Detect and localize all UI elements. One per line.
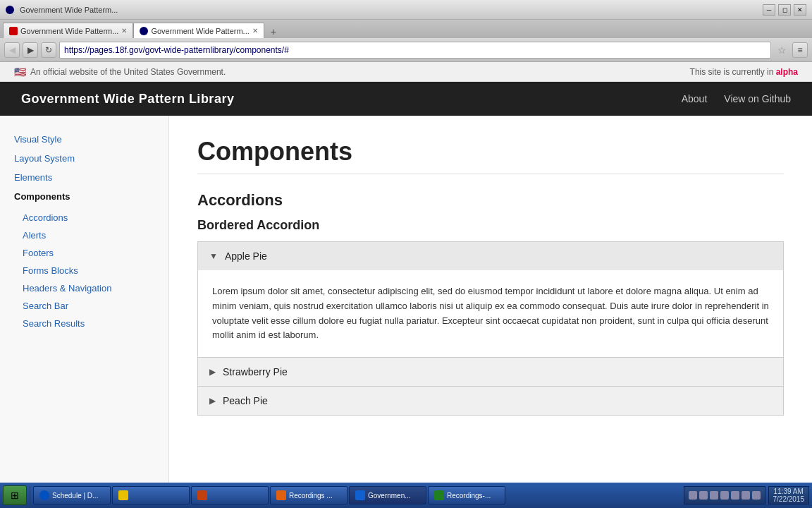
tab-2-close[interactable]: ✕ bbox=[252, 27, 258, 35]
menu-button[interactable]: ≡ bbox=[792, 42, 808, 58]
ie-icon bbox=[39, 490, 49, 500]
titlebar-favicon bbox=[6, 6, 14, 14]
accordion-body-0: Lorem ipsum dolor sit amet, consectetur … bbox=[198, 270, 783, 357]
sidebar-item-forms-blocks[interactable]: Forms Blocks bbox=[0, 262, 168, 279]
tray-icon-2 bbox=[699, 491, 708, 500]
taskbar-btn-ie[interactable]: Schedule | D... bbox=[33, 486, 111, 504]
back-button[interactable]: ◀ bbox=[4, 42, 20, 58]
sidebar-item-search-bar[interactable]: Search Bar bbox=[0, 297, 168, 315]
browser-frame: Government Wide Patterm... ─ ◻ ✕ Governm… bbox=[0, 0, 812, 508]
accordion-container: ▼ Apple Pie Lorem ipsum dolor sit amet, … bbox=[197, 241, 784, 416]
accordion-header-0[interactable]: ▼ Apple Pie bbox=[198, 242, 783, 270]
site-title: Government Wide Pattern Library bbox=[21, 92, 234, 107]
page-title: Components bbox=[197, 137, 784, 167]
sidebar-section-sub: Accordions Alerts Footers Forms Blocks H… bbox=[0, 209, 168, 332]
accordion-header-1[interactable]: ▶ Strawberry Pie bbox=[198, 358, 783, 386]
tray-icon-6 bbox=[742, 491, 750, 500]
titlebar-text: Government Wide Patterm... bbox=[20, 6, 118, 14]
nav-about[interactable]: About bbox=[682, 93, 708, 104]
accordion-arrow-2: ▶ bbox=[209, 396, 216, 406]
flag-icon: 🇺🇸 bbox=[14, 66, 26, 78]
accordion-arrow-1: ▶ bbox=[209, 367, 216, 377]
refresh-button[interactable]: ↻ bbox=[41, 42, 56, 58]
forward-button[interactable]: ▶ bbox=[23, 42, 38, 58]
accordion-item-1: ▶ Strawberry Pie bbox=[198, 358, 783, 387]
nav-github[interactable]: View on Github bbox=[724, 93, 791, 104]
close-button[interactable]: ✕ bbox=[794, 4, 806, 16]
taskbar-btn-gov-label: Governmen... bbox=[368, 492, 411, 500]
sidebar-item-alerts[interactable]: Alerts bbox=[0, 226, 168, 244]
address-bar-row: ◀ ▶ ↻ https://pages.18f.gov/govt-wide-pa… bbox=[0, 38, 812, 62]
taskbar-btn-recordings-app-label: Recordings-... bbox=[447, 492, 491, 500]
taskbar-btn-gov-chrome[interactable]: Governmen... bbox=[349, 486, 426, 504]
taskbar-btn-recordings-label: Recordings ... bbox=[289, 492, 333, 500]
gov-banner-text: An official website of the United States… bbox=[30, 67, 226, 77]
taskbar: ⊞ Schedule | D... Recordings ... Governm… bbox=[0, 483, 812, 508]
page-divider bbox=[197, 174, 784, 174]
chrome-icon bbox=[276, 490, 286, 500]
tab-1-label: Government Wide Patterm... bbox=[20, 27, 118, 35]
sidebar-item-elements[interactable]: Elements bbox=[0, 168, 168, 187]
media-icon bbox=[197, 490, 207, 500]
sidebar-item-accordions[interactable]: Accordions bbox=[0, 209, 168, 226]
accordion-header-2[interactable]: ▶ Peach Pie bbox=[198, 387, 783, 415]
sidebar-item-headers-navigation[interactable]: Headers & Navigation bbox=[0, 279, 168, 297]
browser-titlebar: Government Wide Patterm... ─ ◻ ✕ bbox=[0, 0, 812, 20]
taskbar-btn-ie-label: Schedule | D... bbox=[52, 492, 98, 500]
new-tab-button[interactable]: + bbox=[266, 25, 281, 38]
content-area: Components Accordions Bordered Accordion… bbox=[169, 116, 812, 483]
taskbar-time: 11:39 AM bbox=[773, 488, 805, 495]
restore-button[interactable]: ◻ bbox=[778, 4, 791, 16]
tray-icon-1 bbox=[689, 491, 697, 500]
accordion-arrow-0: ▼ bbox=[209, 251, 218, 261]
taskbar-sep-1 bbox=[30, 486, 30, 504]
tab-2-favicon bbox=[140, 27, 148, 35]
minimize-button[interactable]: ─ bbox=[763, 4, 775, 16]
clock: 11:39 AM 7/22/2015 bbox=[768, 486, 810, 504]
gov-chrome-icon bbox=[355, 490, 365, 500]
sidebar-item-footers[interactable]: Footers bbox=[0, 244, 168, 262]
tab-1-close[interactable]: ✕ bbox=[121, 27, 127, 35]
taskbar-btn-explorer[interactable] bbox=[112, 486, 190, 504]
sidebar-item-search-results[interactable]: Search Results bbox=[0, 315, 168, 332]
accordion-label-2: Peach Pie bbox=[223, 395, 268, 406]
tab-1[interactable]: Government Wide Patterm... ✕ bbox=[3, 23, 133, 38]
sidebar-item-components[interactable]: Components bbox=[0, 187, 168, 206]
taskbar-right: 11:39 AM 7/22/2015 bbox=[684, 486, 810, 504]
page-wrapper: 🇺🇸 An official website of the United Sta… bbox=[0, 62, 812, 483]
sidebar-section-top: Visual Style Layout System Elements Comp… bbox=[0, 130, 168, 206]
system-tray bbox=[684, 486, 765, 504]
start-button[interactable]: ⊞ bbox=[3, 485, 27, 505]
alpha-badge: alpha bbox=[776, 67, 798, 77]
recordings-app-icon bbox=[434, 490, 444, 500]
tab-1-favicon bbox=[9, 27, 18, 35]
tray-icon-4 bbox=[720, 491, 729, 500]
subsection-heading-bordered: Bordered Accordion bbox=[197, 218, 784, 233]
taskbar-btn-recordings-chrome[interactable]: Recordings ... bbox=[270, 486, 347, 504]
tab-bar: Government Wide Patterm... ✕ Government … bbox=[0, 20, 812, 38]
tab-2[interactable]: Government Wide Patterm... ✕ bbox=[133, 23, 264, 38]
site-nav: About View on Github bbox=[682, 93, 791, 104]
accordion-label-0: Apple Pie bbox=[225, 250, 267, 262]
windows-icon: ⊞ bbox=[11, 490, 19, 501]
site-header: Government Wide Pattern Library About Vi… bbox=[0, 82, 812, 116]
explorer-icon bbox=[118, 490, 128, 500]
bookmark-button[interactable]: ☆ bbox=[774, 42, 789, 58]
sidebar-item-visual-style[interactable]: Visual Style bbox=[0, 130, 168, 149]
accordion-label-1: Strawberry Pie bbox=[223, 366, 288, 377]
gov-banner-left: 🇺🇸 An official website of the United Sta… bbox=[14, 66, 226, 78]
tray-icon-7 bbox=[752, 491, 761, 500]
taskbar-btn-media[interactable] bbox=[191, 486, 269, 504]
accordion-item-2: ▶ Peach Pie bbox=[198, 387, 783, 415]
titlebar-controls[interactable]: ─ ◻ ✕ bbox=[763, 4, 806, 16]
tray-icon-3 bbox=[710, 491, 718, 500]
tab-2-label: Government Wide Patterm... bbox=[151, 27, 249, 35]
taskbar-btn-recordings-app[interactable]: Recordings-... bbox=[428, 486, 505, 504]
taskbar-date: 7/22/2015 bbox=[773, 495, 805, 503]
gov-banner: 🇺🇸 An official website of the United Sta… bbox=[0, 62, 812, 82]
sidebar-item-layout-system[interactable]: Layout System bbox=[0, 149, 168, 168]
accordion-item-0: ▼ Apple Pie Lorem ipsum dolor sit amet, … bbox=[198, 242, 783, 358]
address-text: https://pages.18f.gov/govt-wide-patternl… bbox=[64, 45, 289, 55]
main-layout: Visual Style Layout System Elements Comp… bbox=[0, 116, 812, 483]
address-input[interactable]: https://pages.18f.gov/govt-wide-patternl… bbox=[59, 42, 771, 59]
